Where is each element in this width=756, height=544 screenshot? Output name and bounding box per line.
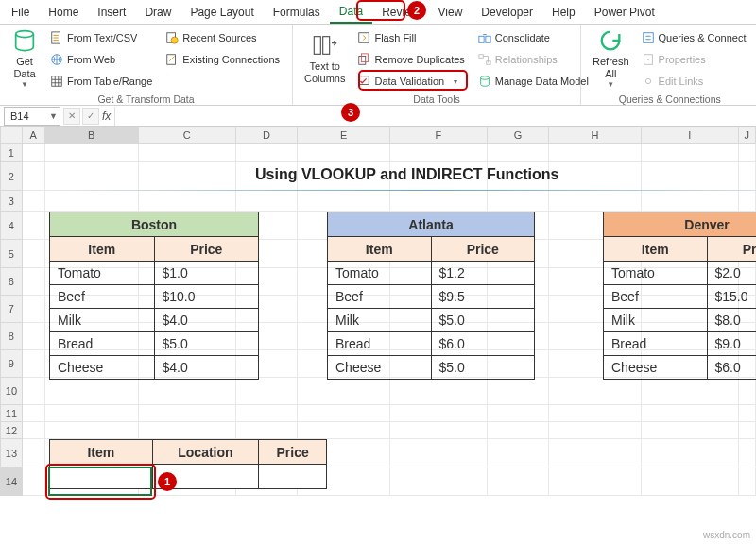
cell[interactable]	[390, 144, 488, 162]
cell[interactable]	[45, 422, 139, 439]
row-header[interactable]: 1	[0, 144, 23, 162]
cell[interactable]	[298, 144, 389, 162]
cell[interactable]	[236, 144, 299, 162]
row-header[interactable]: 7	[0, 296, 23, 323]
cell[interactable]	[390, 405, 488, 422]
tab-insert[interactable]: Insert	[88, 2, 135, 23]
cell[interactable]	[390, 468, 488, 496]
cancel-formula-button[interactable]: ✕	[63, 108, 80, 125]
row-header[interactable]: 3	[0, 191, 23, 212]
cell[interactable]	[642, 468, 739, 496]
cell[interactable]	[642, 439, 739, 468]
cell[interactable]	[390, 439, 488, 468]
cell[interactable]	[139, 162, 236, 191]
cell[interactable]	[23, 191, 45, 212]
cell[interactable]	[23, 240, 45, 268]
row-header[interactable]: 2	[0, 162, 23, 191]
cell[interactable]	[739, 422, 756, 439]
cell[interactable]	[642, 191, 739, 212]
data-validation-button[interactable]: Data Validation▾	[354, 72, 467, 91]
get-data-button[interactable]: Get Data ▼	[6, 26, 43, 91]
column-header[interactable]: F	[390, 127, 488, 144]
cell[interactable]	[739, 191, 756, 212]
cell[interactable]	[23, 350, 45, 378]
from-table-range-button[interactable]: From Table/Range	[47, 72, 155, 91]
tab-data[interactable]: Data	[330, 1, 372, 24]
cell[interactable]	[739, 468, 756, 496]
formula-input[interactable]	[114, 107, 756, 126]
tab-formulas[interactable]: Formulas	[264, 2, 330, 23]
tab-power-pivot[interactable]: Power Pivot	[585, 2, 664, 23]
edit-links-button[interactable]: Edit Links	[639, 72, 749, 91]
cell[interactable]	[488, 191, 550, 212]
relationships-button[interactable]: Relationships	[475, 50, 592, 69]
tab-help[interactable]: Help	[542, 2, 585, 23]
cell[interactable]	[549, 162, 641, 191]
row-header[interactable]: 8	[0, 323, 23, 350]
cell[interactable]	[642, 405, 739, 422]
column-header[interactable]: A	[23, 127, 45, 144]
cell[interactable]	[739, 144, 756, 162]
cell[interactable]	[23, 144, 45, 162]
chevron-down-icon[interactable]: ▼	[49, 111, 58, 121]
cell[interactable]	[236, 405, 299, 422]
existing-connections-button[interactable]: Existing Connections	[163, 50, 283, 69]
select-all-corner[interactable]	[0, 127, 23, 144]
cell[interactable]	[45, 162, 139, 191]
tab-view[interactable]: View	[429, 2, 472, 23]
row-header[interactable]: 10	[0, 378, 23, 405]
cell[interactable]	[298, 405, 389, 422]
refresh-all-button[interactable]: Refresh All ▼	[587, 26, 635, 91]
row-header[interactable]: 9	[0, 350, 23, 378]
tab-home[interactable]: Home	[39, 2, 88, 23]
cell[interactable]	[23, 323, 45, 350]
row-header[interactable]: 12	[0, 422, 23, 439]
column-header[interactable]: C	[139, 127, 236, 144]
cell[interactable]	[45, 144, 139, 162]
cell[interactable]	[549, 422, 641, 439]
cell[interactable]	[139, 422, 236, 439]
column-header[interactable]: I	[642, 127, 739, 144]
remove-duplicates-button[interactable]: Remove Duplicates	[354, 50, 467, 69]
column-header[interactable]: E	[298, 127, 389, 144]
cell[interactable]	[45, 378, 139, 405]
cell[interactable]	[739, 439, 756, 468]
row-header[interactable]: 11	[0, 405, 23, 422]
cell[interactable]	[549, 468, 641, 496]
flash-fill-button[interactable]: Flash Fill	[354, 28, 467, 47]
cell[interactable]	[45, 405, 139, 422]
cell[interactable]	[23, 439, 45, 468]
cell[interactable]	[298, 422, 389, 439]
cell[interactable]	[739, 378, 756, 405]
cell[interactable]	[139, 378, 236, 405]
cell[interactable]	[642, 162, 739, 191]
cell[interactable]	[23, 162, 45, 191]
cell[interactable]	[139, 405, 236, 422]
tab-file[interactable]: File	[2, 2, 39, 23]
column-header[interactable]: D	[236, 127, 299, 144]
column-header[interactable]: J	[739, 127, 756, 144]
from-text-csv-button[interactable]: From Text/CSV	[47, 28, 155, 47]
properties-button[interactable]: Properties	[639, 50, 749, 69]
cell[interactable]	[298, 378, 389, 405]
cell[interactable]	[549, 378, 641, 405]
cell[interactable]	[298, 191, 389, 212]
consolidate-button[interactable]: Consolidate	[475, 28, 592, 47]
cell[interactable]	[488, 468, 550, 496]
enter-formula-button[interactable]: ✓	[82, 108, 99, 125]
text-to-columns-button[interactable]: Text to Columns	[299, 26, 351, 91]
tab-developer[interactable]: Developer	[472, 2, 542, 23]
fx-icon[interactable]: fx	[102, 110, 111, 123]
cell[interactable]	[23, 422, 45, 439]
row-header[interactable]: 14	[0, 468, 23, 496]
recent-sources-button[interactable]: Recent Sources	[163, 28, 283, 47]
cell[interactable]	[390, 378, 488, 405]
cell[interactable]	[488, 439, 550, 468]
cell[interactable]	[642, 144, 739, 162]
row-header[interactable]: 5	[0, 240, 23, 268]
from-web-button[interactable]: From Web	[47, 50, 155, 69]
cell[interactable]	[739, 162, 756, 191]
tab-draw[interactable]: Draw	[135, 2, 180, 23]
cell[interactable]	[23, 378, 45, 405]
cell[interactable]	[549, 191, 641, 212]
